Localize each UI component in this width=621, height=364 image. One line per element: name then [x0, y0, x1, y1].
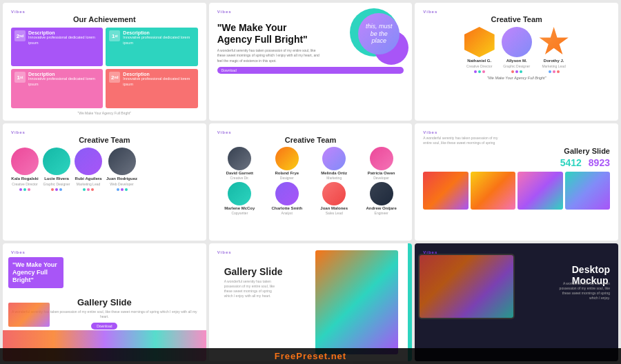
av5-6 — [275, 182, 299, 205]
ach-desc-4: Innovative professional dedicated lorem … — [123, 77, 194, 87]
avatar4-3 — [75, 148, 102, 175]
t5m7: Joan Malones Sales Lead — [311, 182, 356, 215]
slide-creative-team-2: Vibes Creative Team Kala Rogalski Creati… — [3, 123, 206, 241]
member1-role: Creative Director — [466, 64, 493, 68]
av5-4 — [370, 147, 393, 170]
watermark: FreePreset.net — [0, 348, 621, 364]
brand-3: Vibes — [423, 10, 610, 14]
brand-4: Vibes — [11, 130, 198, 134]
team-row-1: Nathaniel G. Creative Director Allyson M… — [423, 27, 610, 73]
ach-num-3: 1st — [14, 72, 26, 83]
team4-member3: Rubi Aguilera Marketing Lead — [75, 148, 102, 191]
t5m1-role: Creative Dir. — [230, 176, 250, 180]
t5m3: Melinda Ortiz Marketing — [311, 147, 356, 180]
brand-1: Vibes — [11, 10, 198, 14]
slide7-btn[interactable]: Download — [91, 323, 117, 330]
avatar-1 — [464, 27, 495, 57]
slide-gallery-2: Vibes "We Make Your Agency Full Bright" … — [3, 243, 206, 361]
download-button[interactable]: Download — [217, 67, 404, 74]
t5m2-name: Roland Frye — [275, 171, 299, 175]
main-street-photo — [315, 250, 398, 354]
gallery-img-1 — [423, 172, 468, 210]
slide9-desc: A wonderful serenity has taken possessio… — [555, 281, 610, 301]
quote-image: this, must be the place — [358, 13, 400, 54]
quote-desc: A wonderful serenity has taken possessio… — [217, 48, 320, 64]
ach-card-3: 1st Description Innovative professional … — [11, 69, 103, 108]
tablet-device — [418, 254, 515, 319]
ach-num-4: 2nd — [109, 72, 120, 83]
t4m3-name: Rubi Aguilera — [75, 176, 102, 181]
t5m7-role: Sales Lead — [326, 211, 343, 215]
t4m1-name: Kala Rogalski — [11, 176, 38, 181]
slide1-title: Our Achievement — [11, 15, 198, 23]
t5m8-role: Engineer — [375, 211, 388, 215]
ach-title-3: Description — [28, 72, 99, 77]
avatar4-4 — [108, 148, 136, 175]
t5m5-name: Marlene McCoy — [224, 206, 255, 210]
member2-dots — [511, 70, 522, 73]
t5m2: Roland Frye Designer — [264, 147, 309, 180]
slide-creative-team-3: Vibes Creative Team David Garnett Creati… — [209, 123, 413, 241]
team-member-1: Nathaniel G. Creative Director — [464, 27, 495, 73]
t5m4-name: Patricia Owen — [368, 171, 395, 175]
t5m7-name: Joan Malones — [320, 206, 348, 210]
stat-1: 5412 — [560, 157, 582, 168]
team4-member2: Lucie Rivera Graphic Designer — [43, 148, 70, 191]
t4m1-role: Creative Director — [12, 182, 38, 186]
purple-quote-box: "We Make Your Agency Full Bright" — [8, 257, 63, 287]
gallery-images — [423, 172, 610, 210]
avatar4-1 — [11, 148, 39, 175]
ach-title-4: Description — [123, 72, 194, 77]
slide1-footer: "We Make Your Agency Full Bright" — [11, 111, 198, 115]
member3-name: Dorothy J. — [544, 59, 564, 63]
member2-role: Graphic Designer — [503, 64, 530, 68]
t5m3-name: Melinda Ortiz — [321, 171, 347, 175]
ach-title-2: Description — [123, 30, 194, 35]
slide-creative-team-1: Vibes Creative Team Nathaniel G. Creativ… — [415, 3, 618, 121]
gallery-img-2 — [471, 172, 515, 210]
t5m6-role: Analyst — [282, 211, 293, 215]
av5-3 — [322, 147, 346, 170]
slide-gallery-3: Vibes Gallery Slide A wonderful serenity… — [209, 243, 413, 361]
brand-5: Vibes — [217, 130, 404, 134]
big-quote-text: "We Make Your Agency Full Bright" — [217, 22, 320, 46]
t4m3-role: Marketing Lead — [77, 182, 100, 186]
t5m4-role: Developer — [373, 176, 389, 180]
ach-desc-3: Innovative professional dedicated lorem … — [28, 77, 99, 87]
slide4-title: Creative Team — [11, 136, 198, 144]
team-member-3: Dorothy J. Marketing Lead — [539, 27, 569, 73]
t4m4-name: Juan Rodriguez — [106, 176, 137, 181]
ach-title-1: Description — [28, 30, 99, 35]
member1-name: Nathaniel G. — [467, 59, 491, 63]
t4m4-role: Web Developer — [110, 182, 133, 186]
ach-card-2: 1st Description Innovative professional … — [106, 28, 197, 66]
team4-member4: Juan Rodriguez Web Developer — [106, 148, 137, 191]
team4-member1: Kala Rogalski Creative Director — [11, 148, 39, 191]
team-member-2: Allyson M. Graphic Designer — [502, 27, 532, 73]
achievement-grid: 2nd Description Innovative professional … — [11, 28, 198, 108]
member3-dots — [549, 70, 560, 73]
t5m1: David Garnett Creative Dir. — [217, 147, 262, 180]
av5-2 — [275, 147, 299, 170]
t5m6: Charlotte Smith Analyst — [264, 182, 309, 215]
team-grid-5: David Garnett Creative Dir. Roland Frye … — [217, 147, 404, 215]
slide6-title: Gallery Slide — [423, 147, 610, 155]
brand-7: Vibes — [11, 250, 198, 254]
ach-card-4: 2nd Description Innovative professional … — [106, 69, 197, 108]
slide8-desc: A wonderful serenity has taken possessio… — [224, 279, 279, 299]
slide6-desc: A wonderful serenity has taken possessio… — [423, 136, 506, 145]
slide-gallery-1: Vibes A wonderful serenity has taken pos… — [415, 123, 618, 241]
member2-name: Allyson M. — [506, 59, 527, 63]
t5m5: Marlene McCoy Copywriter — [217, 182, 262, 215]
brand-6: Vibes — [423, 130, 610, 134]
av5-5 — [228, 182, 251, 205]
ach-desc-1: Innovative professional dedicated lorem … — [28, 35, 99, 46]
gallery-img-4 — [565, 172, 610, 210]
ach-num-1: 2nd — [14, 30, 26, 41]
t5m1-name: David Garnett — [226, 171, 253, 175]
avatar-2 — [502, 27, 532, 57]
t5m4: Patricia Owen Developer — [359, 147, 404, 180]
av5-1 — [228, 147, 251, 170]
slide3-footer: "We Make Your Agency Full Bright" — [423, 76, 610, 80]
stat-2: 8923 — [589, 157, 610, 168]
